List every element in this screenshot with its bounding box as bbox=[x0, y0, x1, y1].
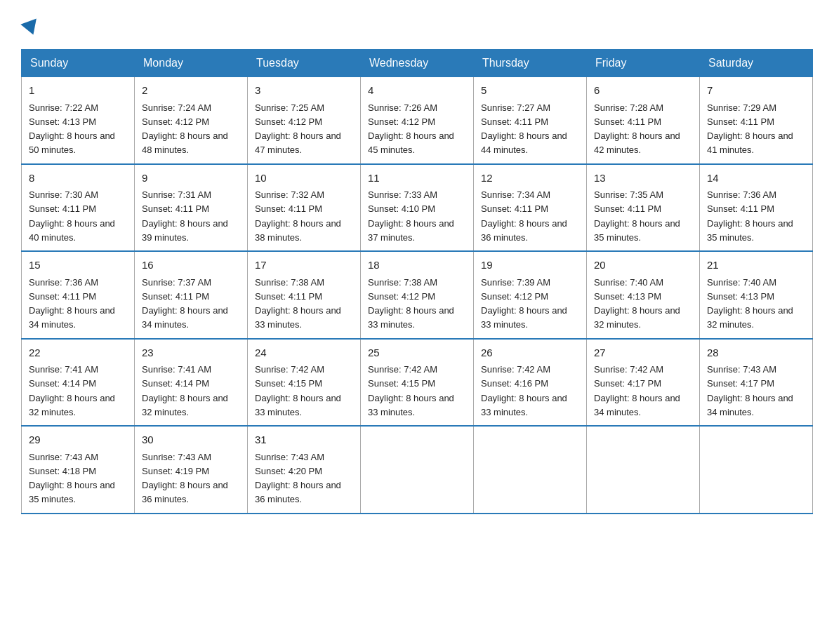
day-number: 22 bbox=[29, 345, 127, 361]
header-friday: Friday bbox=[587, 50, 700, 77]
calendar-cell: 1Sunrise: 7:22 AMSunset: 4:13 PMDaylight… bbox=[22, 77, 135, 164]
day-number: 16 bbox=[142, 257, 240, 274]
day-number: 17 bbox=[255, 257, 353, 274]
week-row: 15Sunrise: 7:36 AMSunset: 4:11 PMDayligh… bbox=[22, 251, 813, 339]
day-info: Sunrise: 7:38 AMSunset: 4:12 PMDaylight:… bbox=[368, 277, 454, 330]
day-number: 29 bbox=[29, 432, 127, 448]
day-info: Sunrise: 7:24 AMSunset: 4:12 PMDaylight:… bbox=[142, 102, 228, 156]
calendar-cell bbox=[361, 426, 474, 514]
calendar-cell: 6Sunrise: 7:28 AMSunset: 4:11 PMDaylight… bbox=[587, 77, 700, 164]
week-row: 8Sunrise: 7:30 AMSunset: 4:11 PMDaylight… bbox=[22, 164, 813, 252]
day-info: Sunrise: 7:31 AMSunset: 4:11 PMDaylight:… bbox=[142, 189, 228, 243]
day-info: Sunrise: 7:42 AMSunset: 4:15 PMDaylight:… bbox=[255, 364, 341, 417]
calendar-cell: 13Sunrise: 7:35 AMSunset: 4:11 PMDayligh… bbox=[587, 164, 700, 252]
calendar-cell: 17Sunrise: 7:38 AMSunset: 4:11 PMDayligh… bbox=[248, 251, 361, 339]
day-number: 20 bbox=[594, 257, 692, 274]
calendar-cell: 23Sunrise: 7:41 AMSunset: 4:14 PMDayligh… bbox=[135, 339, 248, 427]
header-sunday: Sunday bbox=[22, 50, 135, 77]
header-wednesday: Wednesday bbox=[361, 50, 474, 77]
calendar-cell: 21Sunrise: 7:40 AMSunset: 4:13 PMDayligh… bbox=[700, 251, 813, 339]
calendar-cell: 19Sunrise: 7:39 AMSunset: 4:12 PMDayligh… bbox=[474, 251, 587, 339]
header-saturday: Saturday bbox=[700, 50, 813, 77]
day-number: 10 bbox=[255, 170, 353, 187]
day-info: Sunrise: 7:39 AMSunset: 4:12 PMDaylight:… bbox=[481, 277, 567, 330]
day-info: Sunrise: 7:26 AMSunset: 4:12 PMDaylight:… bbox=[368, 102, 454, 156]
day-info: Sunrise: 7:34 AMSunset: 4:11 PMDaylight:… bbox=[481, 189, 567, 243]
calendar-cell bbox=[474, 426, 587, 514]
calendar-body: 1Sunrise: 7:22 AMSunset: 4:13 PMDaylight… bbox=[22, 77, 813, 514]
day-info: Sunrise: 7:37 AMSunset: 4:11 PMDaylight:… bbox=[142, 277, 228, 330]
header-row: SundayMondayTuesdayWednesdayThursdayFrid… bbox=[22, 50, 813, 77]
day-number: 1 bbox=[29, 83, 127, 99]
day-info: Sunrise: 7:29 AMSunset: 4:11 PMDaylight:… bbox=[707, 102, 793, 156]
day-info: Sunrise: 7:40 AMSunset: 4:13 PMDaylight:… bbox=[594, 277, 680, 330]
calendar-cell: 10Sunrise: 7:32 AMSunset: 4:11 PMDayligh… bbox=[248, 164, 361, 252]
calendar-cell: 12Sunrise: 7:34 AMSunset: 4:11 PMDayligh… bbox=[474, 164, 587, 252]
day-info: Sunrise: 7:42 AMSunset: 4:17 PMDaylight:… bbox=[594, 364, 680, 417]
calendar-cell: 16Sunrise: 7:37 AMSunset: 4:11 PMDayligh… bbox=[135, 251, 248, 339]
day-number: 30 bbox=[142, 432, 240, 448]
day-info: Sunrise: 7:36 AMSunset: 4:11 PMDaylight:… bbox=[707, 189, 793, 243]
day-number: 24 bbox=[255, 345, 353, 361]
week-row: 29Sunrise: 7:43 AMSunset: 4:18 PMDayligh… bbox=[22, 426, 813, 514]
header-tuesday: Tuesday bbox=[248, 50, 361, 77]
day-number: 15 bbox=[29, 257, 127, 274]
day-number: 14 bbox=[707, 170, 805, 187]
calendar-cell: 8Sunrise: 7:30 AMSunset: 4:11 PMDaylight… bbox=[22, 164, 135, 252]
day-info: Sunrise: 7:42 AMSunset: 4:16 PMDaylight:… bbox=[481, 364, 567, 417]
day-info: Sunrise: 7:28 AMSunset: 4:11 PMDaylight:… bbox=[594, 102, 680, 156]
day-number: 11 bbox=[368, 170, 466, 187]
logo-triangle-icon bbox=[20, 18, 41, 37]
calendar-cell: 7Sunrise: 7:29 AMSunset: 4:11 PMDaylight… bbox=[700, 77, 813, 164]
calendar-cell: 14Sunrise: 7:36 AMSunset: 4:11 PMDayligh… bbox=[700, 164, 813, 252]
day-number: 9 bbox=[142, 170, 240, 187]
header-thursday: Thursday bbox=[474, 50, 587, 77]
day-number: 28 bbox=[707, 345, 805, 361]
day-info: Sunrise: 7:41 AMSunset: 4:14 PMDaylight:… bbox=[29, 364, 115, 417]
page-header bbox=[21, 21, 813, 35]
day-number: 19 bbox=[481, 257, 579, 274]
calendar-cell: 31Sunrise: 7:43 AMSunset: 4:20 PMDayligh… bbox=[248, 426, 361, 514]
calendar-cell: 24Sunrise: 7:42 AMSunset: 4:15 PMDayligh… bbox=[248, 339, 361, 427]
day-number: 23 bbox=[142, 345, 240, 361]
day-number: 13 bbox=[594, 170, 692, 187]
day-number: 8 bbox=[29, 170, 127, 187]
day-info: Sunrise: 7:22 AMSunset: 4:13 PMDaylight:… bbox=[29, 102, 115, 156]
day-info: Sunrise: 7:43 AMSunset: 4:20 PMDaylight:… bbox=[255, 452, 341, 505]
day-info: Sunrise: 7:43 AMSunset: 4:19 PMDaylight:… bbox=[142, 452, 228, 505]
day-number: 21 bbox=[707, 257, 805, 274]
calendar-cell: 30Sunrise: 7:43 AMSunset: 4:19 PMDayligh… bbox=[135, 426, 248, 514]
calendar-cell: 28Sunrise: 7:43 AMSunset: 4:17 PMDayligh… bbox=[700, 339, 813, 427]
calendar-cell: 2Sunrise: 7:24 AMSunset: 4:12 PMDaylight… bbox=[135, 77, 248, 164]
day-number: 3 bbox=[255, 83, 353, 99]
calendar-cell: 3Sunrise: 7:25 AMSunset: 4:12 PMDaylight… bbox=[248, 77, 361, 164]
day-info: Sunrise: 7:35 AMSunset: 4:11 PMDaylight:… bbox=[594, 189, 680, 243]
calendar-cell: 29Sunrise: 7:43 AMSunset: 4:18 PMDayligh… bbox=[22, 426, 135, 514]
day-number: 18 bbox=[368, 257, 466, 274]
calendar-cell: 4Sunrise: 7:26 AMSunset: 4:12 PMDaylight… bbox=[361, 77, 474, 164]
day-info: Sunrise: 7:42 AMSunset: 4:15 PMDaylight:… bbox=[368, 364, 454, 417]
logo bbox=[21, 21, 39, 35]
day-info: Sunrise: 7:41 AMSunset: 4:14 PMDaylight:… bbox=[142, 364, 228, 417]
calendar-cell: 11Sunrise: 7:33 AMSunset: 4:10 PMDayligh… bbox=[361, 164, 474, 252]
day-info: Sunrise: 7:43 AMSunset: 4:17 PMDaylight:… bbox=[707, 364, 793, 417]
day-info: Sunrise: 7:43 AMSunset: 4:18 PMDaylight:… bbox=[29, 452, 115, 505]
day-info: Sunrise: 7:25 AMSunset: 4:12 PMDaylight:… bbox=[255, 102, 341, 156]
day-info: Sunrise: 7:38 AMSunset: 4:11 PMDaylight:… bbox=[255, 277, 341, 330]
calendar-cell: 18Sunrise: 7:38 AMSunset: 4:12 PMDayligh… bbox=[361, 251, 474, 339]
calendar-cell: 26Sunrise: 7:42 AMSunset: 4:16 PMDayligh… bbox=[474, 339, 587, 427]
day-number: 2 bbox=[142, 83, 240, 99]
day-number: 7 bbox=[707, 83, 805, 99]
day-number: 6 bbox=[594, 83, 692, 99]
week-row: 22Sunrise: 7:41 AMSunset: 4:14 PMDayligh… bbox=[22, 339, 813, 427]
day-number: 5 bbox=[481, 83, 579, 99]
calendar-cell: 22Sunrise: 7:41 AMSunset: 4:14 PMDayligh… bbox=[22, 339, 135, 427]
day-number: 26 bbox=[481, 345, 579, 361]
day-info: Sunrise: 7:30 AMSunset: 4:11 PMDaylight:… bbox=[29, 189, 115, 243]
calendar-cell bbox=[587, 426, 700, 514]
week-row: 1Sunrise: 7:22 AMSunset: 4:13 PMDaylight… bbox=[22, 77, 813, 164]
day-number: 4 bbox=[368, 83, 466, 99]
day-info: Sunrise: 7:33 AMSunset: 4:10 PMDaylight:… bbox=[368, 189, 454, 243]
calendar-cell: 27Sunrise: 7:42 AMSunset: 4:17 PMDayligh… bbox=[587, 339, 700, 427]
calendar-table: SundayMondayTuesdayWednesdayThursdayFrid… bbox=[21, 49, 813, 514]
